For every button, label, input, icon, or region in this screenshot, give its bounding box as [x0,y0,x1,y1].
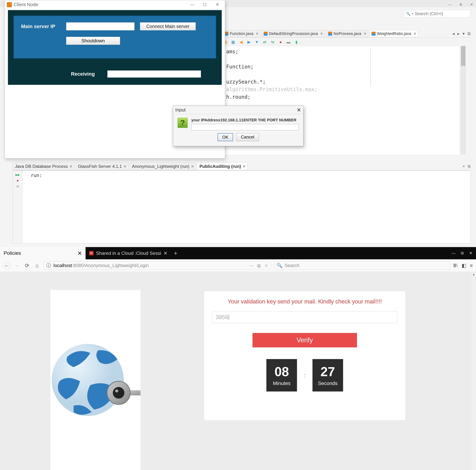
ide-search-input[interactable] [415,11,469,16]
client-node-title: Client Node [14,2,38,7]
question-icon: ? [178,118,188,128]
scroll-up-icon[interactable]: ▴ [471,272,476,277]
nav-forward-icon[interactable]: ▶ [246,39,252,45]
nav-back-icon[interactable]: ← [3,262,10,269]
java-file-icon [264,32,268,36]
browser-tab-policies[interactable]: Policies ✕ [0,247,85,259]
globe-key-image [51,290,140,470]
close-icon[interactable]: ✕ [212,1,223,8]
tab-publicauditing-run[interactable]: PublicAuditing (run)× [197,163,248,170]
close-icon[interactable]: × [191,164,194,169]
tab-defaultstringprocessor[interactable]: DefaultStringProcessor.java× [262,30,325,37]
stop-icon[interactable]: ● [278,39,283,45]
close-icon[interactable]: × [69,164,72,169]
close-icon[interactable]: × [320,31,323,36]
reader-icon[interactable]: ◎ [257,263,261,268]
maximize-editor-icon[interactable]: ⧉ [468,31,471,36]
tab-glassfish[interactable]: GlassFish Server 4.1.1× [76,163,129,170]
shutdown-button[interactable]: Shoutdown [66,37,120,45]
ide-maximize-icon[interactable]: ⧉ [458,2,463,7]
page-scrollbar[interactable]: ▴ [471,272,476,470]
menu-icon[interactable]: ≡ [470,263,473,269]
close-icon[interactable]: × [414,31,416,36]
nav-back-icon[interactable]: ◀ [238,39,244,45]
info-icon[interactable]: ⓘ [46,262,51,269]
ide-search-box[interactable]: 🔍 ▾ [404,10,471,17]
connect-main-server-button[interactable]: Connect Main server [140,22,196,31]
tab-function[interactable]: Function.java× [222,30,260,37]
url-bar[interactable]: ⓘ localhost:8080/Anonymous_Lightweight/L… [44,261,271,270]
close-icon[interactable]: × [124,164,126,169]
close-icon[interactable]: ✕ [297,107,301,113]
tab-menu-icon[interactable]: ▾ [462,31,465,36]
chart-icon[interactable]: ▮ [294,39,299,45]
stop-icon[interactable]: ■ [17,179,18,182]
validation-code-input[interactable]: 3956 [212,311,397,323]
nav-forward-icon[interactable]: → [13,262,20,269]
svg-point-4 [113,387,124,399]
toggle2-icon[interactable]: ⇆ [270,39,275,45]
ide-minimize-icon[interactable]: — [447,2,453,7]
library-icon[interactable]: Ⅲ\ [453,263,458,269]
run-output-text: run: [31,173,42,178]
toggle-icon[interactable]: ⇄ [262,39,268,45]
more-icon[interactable]: ⋯ [249,263,253,268]
cancel-button[interactable]: Cancel [236,133,259,141]
tab-java-db[interactable]: Java DB Database Process× [13,163,75,170]
verify-button[interactable]: Verify [253,333,357,347]
mail-icon: M [89,251,93,255]
home-icon[interactable]: ⌂ [34,262,41,269]
main-server-ip-input[interactable] [66,22,135,31]
input-dialog: Input ✕ ? your IPAddress192.168.1.11ENTE… [173,106,304,146]
verify-card: Your validation key send your mail. Kind… [204,291,406,420]
ide-editor-toolbar: ▦ ▦ ◀ ▶ ▼ ⇄ ⇆ ● ▬ ▮ ⧉ [222,38,299,46]
java-file-icon [328,32,332,36]
reload-icon[interactable]: ⟳ [23,262,31,269]
maximize-icon[interactable]: ☐ [199,1,210,8]
close-icon[interactable]: × [243,164,245,169]
minimize-icon[interactable]: — [452,251,456,255]
receiving-progress [107,70,201,78]
maximize-icon[interactable]: ⧉ [461,251,464,255]
tab-anonymous-run[interactable]: Anonymous_Lightweight (run)× [130,163,196,170]
ide-editor-tabs: Function.java× DefaultStringProcessor.ja… [222,30,471,38]
comment-icon[interactable]: ▬ [286,39,291,45]
close-icon[interactable]: ✕ [469,251,472,255]
sidebar-icon[interactable]: ◧ [462,263,466,269]
close-icon[interactable]: ✕ [77,250,82,256]
input-dialog-title: Input [175,107,186,113]
notice-text: Your validation key send your mail. Kind… [228,298,382,305]
ruler-line [370,48,371,87]
tab-noprocess[interactable]: NoProcess.java× [326,30,368,37]
history-icon[interactable]: ▦ [230,39,236,45]
browser-tab-cloud-session[interactable]: M Shared in a Cloud :Cloud Sessi ✕ [85,247,171,259]
close-icon[interactable]: ✕ [164,251,168,256]
ide-output-pane: ▶▶ ■ ⚙ run: [13,170,471,243]
tab-weightedratio[interactable]: WeightedRatio.java× [370,30,418,37]
ide-output-tabs: Java DB Database Process× GlassFish Serv… [13,162,471,170]
bookmark-icon[interactable]: ☆ [264,263,268,268]
input-dialog-message: your IPAddress192.168.1.11ENTER THE PORT… [191,118,299,122]
maximize-output-icon[interactable]: ⧉ [468,164,471,169]
search-icon: 🔍 [406,12,410,16]
prev-tab-icon[interactable]: ◂ [452,31,455,36]
seconds-box: 27 Seconds [312,359,343,391]
next-tab-icon[interactable]: ▸ [458,31,459,36]
search-bar[interactable]: 🔍 Search [274,261,450,270]
java-file-icon [372,32,375,36]
svg-point-5 [115,389,118,392]
close-output-icon[interactable]: × [462,164,465,169]
port-number-input[interactable] [191,124,299,130]
search-icon: 🔍 [277,263,282,268]
editor-scrollbar[interactable] [461,46,466,154]
rerun-icon[interactable]: ▶▶ [16,173,20,176]
select-icon[interactable]: ▼ [254,39,259,45]
settings-icon[interactable]: ⚙ [17,185,19,188]
main-server-ip-label: Main server IP [21,24,61,29]
close-icon[interactable]: × [256,31,258,36]
new-tab-button[interactable]: + [171,247,180,259]
minimize-icon[interactable]: — [187,1,198,8]
close-icon[interactable]: × [364,31,366,36]
ok-button[interactable]: OK [218,133,233,141]
ide-close-icon[interactable]: ✕ [469,2,474,7]
